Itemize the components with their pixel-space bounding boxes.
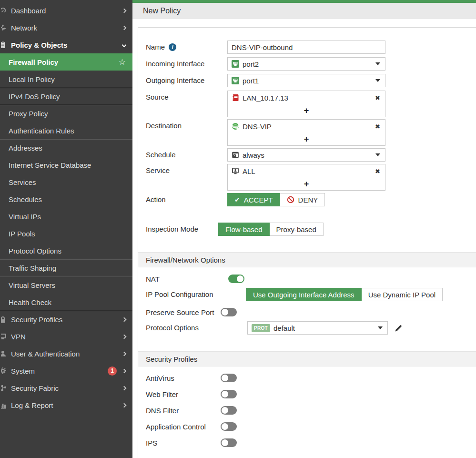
flow-based-button[interactable]: Flow-based [218,223,270,236]
sidebar-item-authentication-rules[interactable]: Authentication Rules [0,122,132,139]
web-filter-toggle[interactable] [221,390,237,398]
incoming-interface-value: port2 [243,60,259,68]
nat-row: NAT [146,274,476,283]
dns-filter-toggle[interactable] [221,406,237,415]
add-source-button[interactable]: + [304,106,309,115]
source-row: Source LAN_10.17.13 ✖ + [146,91,476,117]
source-box: LAN_10.17.13 ✖ + [227,91,385,117]
service-entry[interactable]: ALL ✖ [228,164,385,178]
star-icon[interactable]: ☆ [119,58,126,66]
inspection-mode-segment: Flow-based Proxy-based [218,223,324,236]
sidebar-item-user-authentication[interactable]: User & Authentication [0,345,132,362]
sidebar-item-protocol-options[interactable]: Protocol Options [0,242,132,259]
sidebar-item-virtual-ips[interactable]: Virtual IPs [0,208,132,225]
sidebar-item-proxy-policy[interactable]: Proxy Policy [0,105,132,122]
remove-icon[interactable]: ✖ [375,94,380,102]
antivirus-label: AntiVirus [146,374,174,382]
sidebar-item-internet-service-database[interactable]: Internet Service Database [0,156,132,173]
chevron-right-icon [122,8,127,13]
deny-button[interactable]: DENY [280,193,325,206]
dropdown-caret-icon [375,62,380,65]
sidebar-item-security-profiles[interactable]: Security Profiles [0,311,132,328]
deny-icon [287,196,294,204]
web-filter-row: Web Filter [146,389,476,398]
policy-icon [1,41,7,49]
source-entry[interactable]: LAN_10.17.13 ✖ [228,91,385,104]
application-control-toggle[interactable] [221,422,237,431]
proxy-based-button[interactable]: Proxy-based [270,223,324,236]
sidebar-item-schedules[interactable]: Schedules [0,191,132,208]
sidebar-item-security-fabric[interactable]: Security Fabric [0,379,132,397]
sidebar-item-virtual-servers[interactable]: Virtual Servers [0,276,132,294]
outgoing-interface-value: port1 [243,77,259,85]
sidebar-item-vpn[interactable]: VPN [0,328,132,345]
use-dynamic-ip-pool-button[interactable]: Use Dynamic IP Pool [362,288,443,301]
sidebar-item-log-report[interactable]: Log & Report [0,397,132,414]
address-book-icon [232,94,239,102]
chevron-right-icon [122,386,127,390]
use-outgoing-interface-address-button[interactable]: Use Outgoing Interface Address [246,288,362,301]
chevron-right-icon [122,25,127,30]
nat-toggle[interactable] [228,275,244,283]
sidebar-item-firewall-policy[interactable]: Firewall Policy ☆ [0,53,132,71]
name-label: Name [146,43,165,51]
sidebar-item-traffic-shaping[interactable]: Traffic Shaping [0,259,132,276]
sidebar-item-health-check[interactable]: Health Check [0,294,132,311]
preserve-source-port-toggle[interactable] [221,308,237,316]
ips-toggle[interactable] [221,438,237,447]
service-row: Service ALL ✖ + [146,164,476,191]
sidebar-item-label: Policy & Objects [11,41,122,49]
destination-entry[interactable]: DNS-VIP ✖ [228,120,385,133]
sidebar-item-network[interactable]: Network [0,19,132,36]
schedule-select[interactable]: always [227,148,385,162]
sidebar-item-ip-pools[interactable]: IP Pools [0,225,132,242]
section-header-firewall-network-options: Firewall/Network Options [138,252,476,267]
sidebar-item-ipv4-dos-policy[interactable]: IPv4 DoS Policy [0,88,132,105]
antivirus-toggle[interactable] [221,374,237,382]
preserve-source-port-row: Preserve Source Port [146,307,476,316]
destination-value: DNS-VIP [243,122,272,131]
ips-label: IPS [146,439,157,447]
source-label: Source [146,93,169,101]
sidebar-item-services[interactable]: Services [0,173,132,191]
sidebar-item-system[interactable]: System 1 [0,362,132,379]
chevron-right-icon [122,317,127,322]
sidebar-item-dashboard[interactable]: Dashboard [0,2,132,19]
sidebar-item-label: Network [11,24,122,32]
source-value: LAN_10.17.13 [243,94,288,102]
main-content: New Policy Namei Incoming Interface port… [132,0,476,458]
preserve-source-port-label: Preserve Source Port [146,308,214,316]
name-input[interactable] [227,41,385,54]
accept-button[interactable]: ✔ ACCEPT [227,193,280,206]
info-icon[interactable]: i [169,43,176,51]
sidebar-item-local-in-policy[interactable]: Local In Policy [0,71,132,88]
dropdown-caret-icon [375,79,380,82]
schedule-label: Schedule [146,151,176,159]
web-filter-label: Web Filter [146,390,178,398]
remove-icon[interactable]: ✖ [375,123,380,130]
ethernet-port-icon [232,77,239,84]
policy-form-panel: Namei Incoming Interface port2 Outgoing … [138,27,476,458]
gauge-icon [1,7,7,14]
inspection-mode-row: Inspection Mode Flow-based Proxy-based [146,223,476,236]
protocol-options-value: default [273,324,295,332]
add-destination-button[interactable]: + [304,135,309,143]
add-service-button[interactable]: + [304,180,309,188]
destination-box: DNS-VIP ✖ + [227,119,385,146]
remove-icon[interactable]: ✖ [375,168,380,175]
service-box: ALL ✖ + [227,164,385,191]
destination-label: Destination [146,122,182,130]
outgoing-interface-select[interactable]: port1 [227,74,385,87]
ips-row: IPS [146,438,476,447]
schedule-icon [232,151,239,159]
incoming-interface-select[interactable]: port2 [227,57,385,71]
sidebar-item-addresses[interactable]: Addresses [0,139,132,156]
edit-icon[interactable] [395,324,403,334]
service-value: ALL [243,167,255,175]
protocol-options-select[interactable]: PROT default [247,321,388,335]
name-row: Namei [146,41,476,54]
sidebar-item-policy-objects[interactable]: Policy & Objects [0,36,132,53]
prot-badge: PROT [252,324,270,332]
gear-icon [1,367,7,375]
monitor-icon [1,333,7,340]
